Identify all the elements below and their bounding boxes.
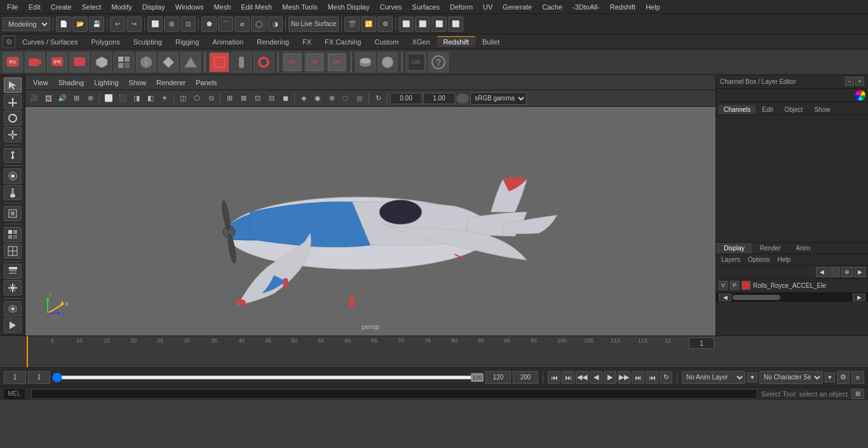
menu-edit[interactable]: Edit (24, 2, 45, 12)
vp-wireframe-btn[interactable]: ⬜ (102, 92, 115, 105)
shelf-icon-pr3[interactable]: PR (327, 52, 347, 72)
menu-windows[interactable]: Windows (171, 2, 208, 12)
le-sub-help[interactable]: Help (775, 255, 793, 264)
add-attr-btn[interactable] (4, 264, 22, 279)
render-current-btn[interactable]: 🎬 (344, 17, 360, 32)
shelf-icon-rs-pipe[interactable] (231, 52, 252, 72)
layer-p-btn[interactable]: P (730, 281, 739, 290)
cb-tab-channels[interactable]: Channels (719, 105, 756, 114)
vp-gamma-input2[interactable] (423, 93, 455, 104)
transport-play[interactable]: ▶ (604, 371, 616, 384)
bc-fps-input[interactable] (513, 371, 538, 384)
shelf-icon-sphere[interactable] (136, 52, 156, 72)
viewport-canvas[interactable]: x y z persp (25, 107, 715, 336)
transform-tool[interactable] (4, 148, 22, 163)
cb-tab-edit[interactable]: Edit (757, 105, 778, 114)
vp-color-mode-btn[interactable] (456, 93, 469, 104)
menu-cache[interactable]: Cache (538, 2, 567, 12)
layout-multi-cut-btn[interactable] (4, 227, 22, 242)
quick-render-btn[interactable] (4, 301, 22, 316)
layer-v-btn[interactable]: V (719, 281, 728, 290)
menu-mesh-display[interactable]: Mesh Display (323, 2, 374, 12)
bc-char-set-arrow[interactable]: ▼ (825, 372, 835, 383)
vp-sound-btn[interactable]: 🔊 (56, 92, 69, 105)
cb-tab-object[interactable]: Object (780, 105, 808, 114)
vp-snap-btn[interactable]: ⊕ (84, 92, 97, 105)
layer-color-swatch[interactable] (742, 281, 750, 290)
shelf-tab-rendering[interactable]: Rendering (250, 37, 295, 47)
le-btn-4[interactable]: ▶ (854, 267, 865, 277)
vp-menu-shading[interactable]: Shading (55, 78, 88, 88)
le-tab-anim[interactable]: Anim (789, 243, 818, 254)
menu-select[interactable]: Select (78, 2, 106, 12)
ring-btn[interactable]: ◑ (268, 17, 283, 32)
shelf-tab-rigging[interactable]: Rigging (169, 37, 205, 47)
menu-mesh-tools[interactable]: Mesh Tools (278, 2, 322, 12)
bc-anim-layer-arrow[interactable]: ▼ (747, 372, 757, 383)
timeline-frame-input-right[interactable] (689, 337, 714, 349)
transport-prev-frame[interactable]: ◀◀ (576, 371, 588, 384)
shelf-icon-grid[interactable] (114, 52, 134, 72)
transport-go-end[interactable]: ⏮ (646, 371, 658, 384)
le-btn-1[interactable]: ◀ (816, 267, 827, 277)
vp-menu-lighting[interactable]: Lighting (90, 78, 123, 88)
menu-curves[interactable]: Curves (376, 2, 407, 12)
shelf-tab-sculpting[interactable]: Sculpting (127, 37, 168, 47)
menu-file[interactable]: File (3, 2, 23, 12)
vp-shaded-btn[interactable]: ◨ (130, 92, 143, 105)
bc-current-frame[interactable] (28, 371, 50, 384)
shelf-icon-rs-cube[interactable] (209, 52, 229, 72)
layout-btn4[interactable]: ⬜ (448, 17, 463, 32)
layer-scroll-right-btn[interactable]: ▶ (853, 294, 865, 301)
menu-help[interactable]: Help (641, 2, 665, 12)
bc-start-frame[interactable] (4, 371, 26, 384)
vp-crease-btn[interactable]: ⊕ (325, 92, 338, 105)
color-wheel-btn[interactable] (855, 90, 865, 100)
vp-hud-btn[interactable]: ⊞ (70, 92, 83, 105)
shelf-icon-render-bowl[interactable] (355, 52, 376, 72)
freeze-btn[interactable] (4, 280, 22, 295)
shelf-icon-rs-ring[interactable] (254, 52, 274, 72)
paint-tool[interactable] (4, 185, 22, 200)
le-btn-3[interactable]: ⊕ (841, 267, 853, 277)
menu-create[interactable]: Create (46, 2, 76, 12)
vp-xray-btn[interactable]: ⬡ (191, 92, 203, 105)
lasso-tool-btn[interactable]: ⌒ (218, 17, 233, 32)
shelf-icon-rs2[interactable] (69, 52, 90, 72)
menu-modify[interactable]: Modify (107, 2, 136, 12)
shelf-tab-curves-surfaces[interactable]: Curves / Surfaces (16, 37, 84, 47)
snap-to-grid-btn[interactable]: ⊞ (164, 17, 179, 32)
shelf-tab-custom[interactable]: Custom (369, 37, 405, 47)
shelf-tab-animation[interactable]: Animation (206, 37, 250, 47)
channel-box-close-btn[interactable]: × (855, 77, 864, 86)
menu-3dtall[interactable]: -3DtoAll- (568, 2, 604, 12)
vp-deformer-btn[interactable]: ◌ (339, 92, 352, 105)
layer-scroll-track[interactable] (733, 295, 851, 300)
undo-btn[interactable]: ↩ (110, 17, 125, 32)
move-tool[interactable] (4, 94, 22, 109)
bc-char-btn2[interactable]: ≡ (851, 371, 864, 384)
timeline-range-slider[interactable] (52, 376, 484, 379)
bc-char-set-select[interactable]: No Character Set (759, 371, 823, 384)
redo-btn[interactable]: ↪ (126, 17, 142, 32)
render-settings-btn[interactable]: ⚙ (377, 17, 393, 32)
ipr-btn[interactable]: 🔁 (361, 17, 376, 32)
shelf-icon-redshift-cam[interactable] (25, 52, 45, 72)
shelf-tab-fx-caching[interactable]: FX Caching (318, 37, 367, 47)
menu-surfaces[interactable]: Surfaces (408, 2, 444, 12)
playblast-btn[interactable] (4, 318, 22, 333)
transport-back[interactable]: ◀ (590, 371, 602, 384)
scale-tool[interactable] (4, 127, 22, 142)
soft-select-btn[interactable] (4, 168, 22, 184)
le-sub-options[interactable]: Options (745, 255, 772, 264)
vp-all-lights-btn[interactable]: ☀ (158, 92, 171, 105)
timeline-ruler[interactable]: 5 10 15 20 25 30 35 40 45 50 55 60 65 70… (0, 336, 868, 367)
bc-settings-btn[interactable]: ⚙ (837, 371, 850, 384)
command-input[interactable] (31, 389, 757, 399)
vp-menu-panels[interactable]: Panels (192, 78, 221, 88)
vp-backface-btn[interactable]: ⊡ (251, 92, 264, 105)
layout-btn3[interactable]: ⬜ (431, 17, 447, 32)
select-tool[interactable] (4, 78, 22, 93)
vp-aa-btn[interactable]: ⊟ (265, 92, 278, 105)
status-script-editor-btn[interactable]: ⊞ (851, 389, 864, 399)
